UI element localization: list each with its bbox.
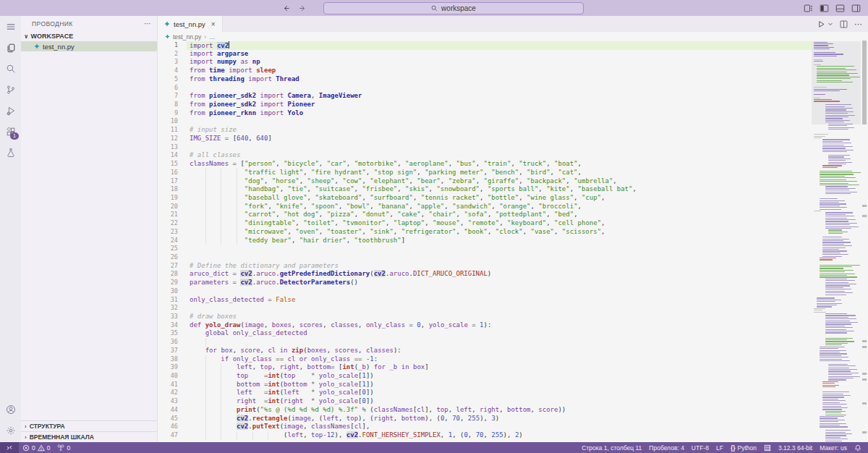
code-line-6[interactable]: 6 [158,84,812,93]
code-line-4[interactable]: 4from time import sleep [158,67,812,75]
code-line-39[interactable]: 39 left, top, right, bottom= [int(_b) fo… [158,363,812,372]
activity-explorer-icon[interactable] [0,37,21,58]
code-line-27[interactable]: 27# Define the dictionary and parameters [158,262,812,271]
code-line-9[interactable]: 9from pioneer_rknn import Yolo [158,109,812,118]
code-line-43[interactable]: 43 right =int(right * yolo_scale[0]) [158,397,812,406]
code-line-26[interactable]: 26 [158,253,812,262]
remote-indicator[interactable] [0,442,19,453]
code-line-12[interactable]: 12IMG_SIZE = [640, 640] [158,135,812,143]
activity-extensions-icon[interactable]: 1 [0,121,21,142]
code-line-8[interactable]: 8from pioneer_sdk2 import Pioneer [158,101,812,109]
minimap[interactable] [812,41,861,442]
breadcrumb-file[interactable]: test_nn.py [173,33,201,41]
section-структура[interactable]: ›СТРУКТУРА [21,420,157,431]
code-line-46[interactable]: 46 cv2.putText(image, classNames[cl], [158,423,812,431]
toggle-panel-icon[interactable] [835,4,845,13]
activity-testing-icon[interactable] [0,142,21,163]
code-line-47[interactable]: 47 (left, top-12), cv2.FONT_HERSHEY_SIMP… [158,431,812,440]
status-notifications[interactable] [851,442,865,453]
activity-source-control-icon[interactable] [0,79,21,100]
code-line-33[interactable]: 33# draw boxes [158,313,812,321]
code-line-15[interactable]: 15classNames = ["person", "bicycle", "ca… [158,160,812,169]
code-line-2[interactable]: 2import argparse [158,50,812,59]
activity-search-icon[interactable] [0,58,21,79]
run-python-file-icon[interactable] [817,20,825,28]
toggle-secondary-sidebar-icon[interactable] [851,4,861,13]
nav-back-icon[interactable] [282,4,290,12]
split-editor-icon[interactable] [840,20,848,28]
line-number: 1 [158,41,178,50]
code-line-14[interactable]: 14# all classes [158,151,812,160]
activity-menu-icon[interactable] [0,16,21,37]
workspace-section-header[interactable]: ∨ WORKSPACE [21,31,157,41]
code-line-5[interactable]: 5from threading import Thread [158,75,812,84]
breadcrumb[interactable]: test_nn.py › … [158,32,868,41]
vertical-scrollbar[interactable] [861,16,868,442]
code-line-17[interactable]: 17 "dog", "horse", "sheep", "cow", "elep… [158,177,812,186]
code-line-34[interactable]: 34def yolo_draw(image, boxes, scores, cl… [158,321,812,330]
code-line-32[interactable]: 32 [158,304,812,313]
status-language-mode[interactable]: {}Python [727,442,760,453]
status-problems[interactable]: 00 [19,442,54,453]
explorer-sidebar: ПРОВОДНИК ⋯ ∨ WORKSPACE test_nn.py ›СТРУ… [21,16,158,442]
code-line-20[interactable]: 20 "fork", "knife", "spoon", "bowl", "ba… [158,203,812,211]
code-line-1[interactable]: 1import cv2 [158,41,812,50]
scrollbar-thumb[interactable] [862,41,867,124]
code-line-35[interactable]: 35 global only_class_detected [158,329,812,338]
code-line-38[interactable]: 38 if only_class == cl or only_class == … [158,355,812,364]
section-временная-шкала[interactable]: ›ВРЕМЕННАЯ ШКАЛА [21,431,157,442]
code-editor[interactable]: 1import cv22import argparse3import numpy… [158,41,812,442]
title-bar: workspace [0,0,868,16]
code-line-23[interactable]: 23 "microwave", "oven", "toaster", "sink… [158,228,812,237]
code-line-21[interactable]: 21 "carrot", "hot dog", "pizza", "donut"… [158,211,812,219]
explorer-more-actions-icon[interactable]: ⋯ [144,20,151,27]
tab-close-icon[interactable]: × [211,20,216,28]
code-line-37[interactable]: 37 for box, score, cl in zip(boxes, scor… [158,347,812,355]
code-line-44[interactable]: 44 print("%s @ (%d %d %d %d) %.3f" % (cl… [158,406,812,415]
breadcrumb-symbol[interactable]: … [209,33,216,41]
file-item-test-nn-py[interactable]: test_nn.py [21,41,157,51]
status-python-interpreter[interactable]: 3.12.3 64-bit [775,442,816,453]
code-line-18[interactable]: 18 "handbag", "tie", "suitcase", "frisbe… [158,185,812,194]
code-line-13[interactable]: 13 [158,143,812,152]
status-extension-grid[interactable] [760,442,775,453]
code-line-10[interactable]: 10 [158,117,812,126]
code-line-22[interactable]: 22 "diningtable", "toilet", "tvmonitor",… [158,219,812,228]
status-keyboard-layout[interactable]: Макет: us [816,442,851,453]
status-encoding[interactable]: UTF-8 [688,442,712,453]
command-center-search[interactable]: workspace [323,2,584,14]
activity-run-debug-icon[interactable] [0,100,21,121]
code-text: bottom =int(bottom * yolo_scale[1]) [190,381,374,389]
tab-test-nn-py[interactable]: test_nn.py × [158,16,223,32]
code-line-41[interactable]: 41 bottom =int(bottom * yolo_scale[1]) [158,381,812,389]
code-line-31[interactable]: 31only_class_detected = False [158,296,812,305]
activity-settings-icon[interactable] [0,420,21,441]
status-indentation[interactable]: Пробелов: 4 [645,442,688,453]
overview-ruler-mark [862,373,867,375]
code-line-16[interactable]: 16 "traffic light", "fire hydrant", "sto… [158,169,812,177]
activity-account-icon[interactable] [0,399,21,420]
code-line-11[interactable]: 11# input size [158,126,812,135]
toggle-primary-sidebar-icon[interactable] [820,4,829,13]
run-dropdown-chevron-icon[interactable] [827,21,833,27]
code-line-36[interactable]: 36 [158,338,812,347]
code-line-25[interactable]: 25 [158,245,812,253]
code-line-29[interactable]: 29parameters = cv2.aruco.DetectorParamet… [158,279,812,287]
code-line-30[interactable]: 30 [158,287,812,296]
code-line-7[interactable]: 7from pioneer_sdk2 import Camera, ImageV… [158,92,812,101]
line-number: 28 [158,270,178,279]
status-ports[interactable]: 0 [54,442,74,453]
status-eol[interactable]: LF [712,442,727,453]
code-line-3[interactable]: 3import numpy as np [158,58,812,67]
code-line-19[interactable]: 19 "baseball glove", "skateboard", "surf… [158,194,812,203]
code-text: left =int(left * yolo_scale[0]) [190,389,374,397]
code-line-45[interactable]: 45 cv2.rectangle(image, (left, top), (ri… [158,415,812,423]
nav-forward-icon[interactable] [299,4,307,12]
status-cursor-position[interactable]: Строка 1, столбец 11 [578,442,645,453]
code-line-24[interactable]: 24 "teddy bear", "hair drier", "toothbru… [158,237,812,245]
code-line-40[interactable]: 40 top =int(top * yolo_scale[1]) [158,372,812,381]
code-line-28[interactable]: 28aruco_dict = cv2.aruco.getPredefinedDi… [158,270,812,279]
line-number: 36 [158,338,178,347]
customize-layout-icon[interactable] [804,4,813,13]
code-line-42[interactable]: 42 left =int(left * yolo_scale[0]) [158,389,812,397]
